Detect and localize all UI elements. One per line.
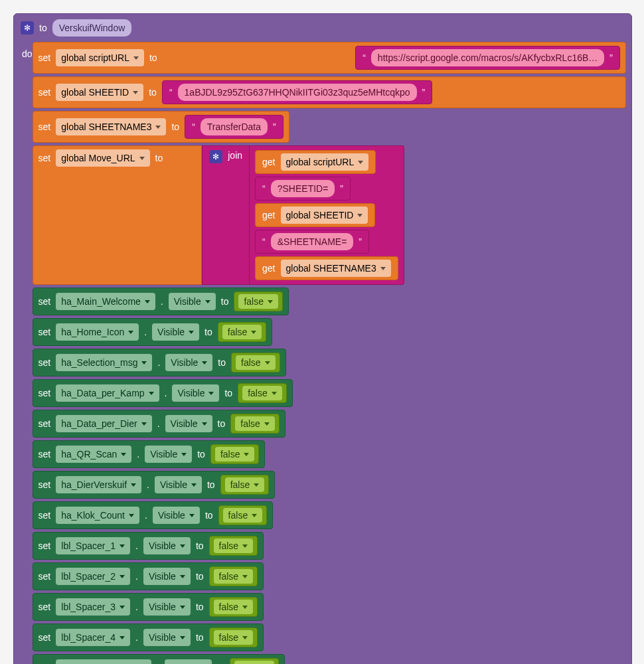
string-value[interactable]: &SHEETNAME= [271, 233, 354, 250]
string-value[interactable]: https://script.google.com/macros/s/AKfyc… [371, 49, 604, 66]
boolean-block[interactable]: false [209, 627, 258, 647]
string-literal[interactable]: “ TransferData ” [185, 115, 283, 139]
component-dropdown[interactable]: ha_Data_per_Dier [56, 415, 151, 432]
join-block[interactable]: ✻ join [202, 145, 250, 285]
boolean-dropdown[interactable]: false [225, 477, 265, 492]
set-component-property[interactable]: setha_Klok_Count.Visibletofalse [33, 501, 274, 529]
boolean-block[interactable]: false [234, 291, 283, 311]
boolean-block[interactable]: false [218, 322, 267, 342]
gear-icon[interactable]: ✻ [209, 150, 222, 163]
var-dropdown[interactable]: global Move_URL [56, 149, 149, 167]
boolean-dropdown[interactable]: false [214, 600, 254, 614]
boolean-block[interactable]: false [209, 536, 258, 556]
boolean-block[interactable]: false [218, 505, 268, 525]
set-component-property[interactable]: setha_Main_Welcome.Visibletofalse [33, 288, 289, 315]
property-dropdown[interactable]: Visible [145, 446, 192, 463]
get-variable-block[interactable]: getglobal SHEETNAME3 [255, 256, 398, 280]
var-dropdown[interactable]: global scriptURL [56, 49, 144, 66]
boolean-block[interactable]: false [220, 475, 270, 495]
set-component-property[interactable]: setha_DierVerskuif.Visibletofalse [33, 471, 276, 499]
boolean-dropdown[interactable]: false [223, 508, 263, 523]
property-dropdown[interactable]: Visible [169, 293, 216, 310]
string-literal[interactable]: “ 1aBJDL9z95ZtG637HHQNikIITGi03z3quz5eMH… [162, 80, 432, 104]
get-variable-block[interactable]: getglobal SHEETID [255, 203, 375, 227]
boolean-dropdown[interactable]: false [242, 386, 282, 400]
string-value[interactable]: 1aBJDL9z95ZtG637HHQNikIITGi03z3quz5eMHtc… [178, 84, 417, 101]
string-value[interactable]: ?SHEETID= [271, 180, 335, 197]
property-dropdown[interactable]: Visible [143, 568, 191, 585]
var-dropdown[interactable]: global scriptURL [281, 153, 369, 171]
set-component-property[interactable]: setha_Data_per_Dier.Visibletofalse [33, 410, 285, 438]
set-global-sheetid[interactable]: set global SHEETID to “ 1aBJDL9z95ZtG637… [33, 76, 626, 108]
var-dropdown[interactable]: global SHEETNAME3 [281, 260, 391, 277]
component-dropdown[interactable]: ha_Data_per_Kamp [56, 384, 159, 402]
set-global-sheetname3[interactable]: set global SHEETNAME3 to “ TransferData … [33, 111, 289, 143]
component-dropdown[interactable]: lbl_Verskuif_Label [56, 659, 151, 664]
string-value[interactable]: TransferData [201, 118, 268, 135]
component-dropdown[interactable]: lbl_Spacer_1 [56, 537, 130, 554]
component-dropdown[interactable]: lbl_Spacer_2 [56, 568, 130, 585]
chevron-down-icon [202, 422, 207, 426]
property-dropdown[interactable]: Visible [172, 384, 219, 402]
set-component-property[interactable]: setha_Selection_msg.Visibletofalse [33, 349, 286, 376]
set-component-property[interactable]: setha_QR_Scan.Visibletofalse [33, 440, 266, 468]
var-dropdown[interactable]: global SHEETNAME3 [56, 118, 166, 135]
boolean-block[interactable]: false [231, 353, 280, 373]
set-component-property[interactable]: setha_Data_per_Kamp.Visibletofalse [33, 379, 293, 407]
set-component-property[interactable]: setlbl_Spacer_3.Visibletofalse [33, 593, 264, 621]
component-dropdown[interactable]: lbl_Spacer_4 [56, 629, 130, 646]
boolean-dropdown[interactable]: false [214, 630, 254, 645]
component-dropdown[interactable]: lbl_Spacer_3 [56, 598, 130, 616]
join-slot: getglobal SHEETNAME3 [255, 256, 398, 280]
boolean-dropdown[interactable]: false [214, 539, 254, 553]
property-dropdown[interactable]: Visible [165, 659, 212, 664]
string-literal[interactable]: “?SHEETID=” [255, 177, 351, 201]
set-component-property[interactable]: setlbl_Spacer_4.Visibletofalse [33, 623, 264, 651]
procedure-block[interactable]: ✻ to VerskuifWindow do set global script… [13, 13, 632, 664]
string-literal[interactable]: “ https://script.google.com/macros/s/AKf… [355, 46, 620, 70]
boolean-block[interactable]: false [230, 658, 279, 664]
set-component-property[interactable]: setlbl_Verskuif_Label.Visibletofalse [33, 654, 285, 664]
property-dropdown[interactable]: Visible [143, 598, 191, 616]
boolean-block[interactable]: false [210, 444, 260, 464]
property-dropdown[interactable]: Visible [143, 537, 191, 554]
boolean-block[interactable]: false [209, 597, 258, 617]
property-dropdown[interactable]: Visible [165, 354, 212, 371]
chevron-down-icon [202, 361, 207, 365]
procedure-name[interactable]: VerskuifWindow [52, 19, 132, 37]
component-dropdown[interactable]: ha_Klok_Count [56, 507, 139, 524]
property-dropdown[interactable]: Visible [152, 323, 199, 341]
property-dropdown[interactable]: Visible [143, 629, 191, 646]
set-global-move-url[interactable]: set global Move_URL to ✻ join getglobal … [33, 145, 404, 285]
var-dropdown[interactable]: global SHEETID [56, 84, 143, 101]
boolean-block[interactable]: false [238, 383, 287, 403]
boolean-dropdown[interactable]: false [238, 294, 278, 309]
set-component-property[interactable]: setha_Home_Icon.Visibletofalse [33, 318, 273, 346]
set-component-property[interactable]: setlbl_Spacer_1.Visibletofalse [33, 532, 264, 560]
boolean-dropdown[interactable]: false [234, 661, 274, 664]
component-dropdown[interactable]: ha_Selection_msg [56, 354, 152, 371]
boolean-dropdown[interactable]: false [222, 325, 262, 339]
boolean-dropdown[interactable]: false [236, 355, 276, 370]
component-dropdown[interactable]: ha_Home_Icon [56, 323, 139, 341]
get-variable-block[interactable]: getglobal scriptURL [255, 150, 376, 174]
chevron-down-icon [242, 636, 248, 639]
property-dropdown[interactable]: Visible [165, 415, 212, 432]
chevron-down-icon [358, 161, 363, 164]
boolean-block[interactable]: false [209, 566, 258, 586]
boolean-dropdown[interactable]: false [235, 416, 275, 431]
boolean-dropdown[interactable]: false [215, 447, 255, 461]
component-dropdown[interactable]: ha_DierVerskuif [56, 476, 141, 493]
boolean-dropdown[interactable]: false [214, 569, 254, 584]
set-component-property[interactable]: setlbl_Spacer_2.Visibletofalse [33, 562, 264, 590]
property-dropdown[interactable]: Visible [153, 507, 200, 524]
component-dropdown[interactable]: ha_Main_Welcome [56, 293, 155, 310]
string-literal[interactable]: “&SHEETNAME=” [255, 230, 369, 254]
gear-icon[interactable]: ✻ [21, 21, 34, 35]
property-dropdown[interactable]: Visible [155, 476, 202, 493]
chevron-down-icon [120, 636, 125, 639]
set-global-scripturl[interactable]: set global scriptURL to “ https://script… [33, 42, 626, 74]
var-dropdown[interactable]: global SHEETID [281, 207, 368, 224]
component-dropdown[interactable]: ha_QR_Scan [56, 446, 131, 463]
boolean-block[interactable]: false [230, 414, 280, 434]
